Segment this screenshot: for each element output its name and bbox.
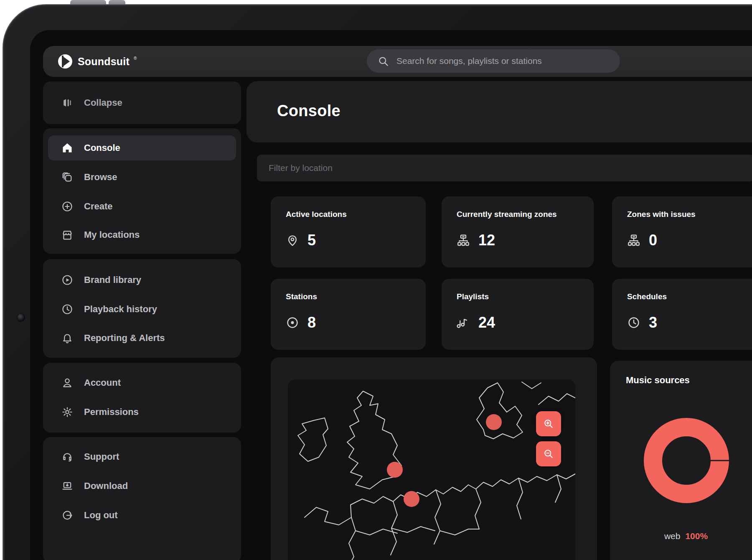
sidebar-item-label: Browse (84, 172, 117, 183)
sidebar-item-brand-library[interactable]: Brand library (48, 267, 236, 293)
sidebar-item-label: Account (84, 377, 121, 388)
sidebar-item-my-locations[interactable]: My locations (48, 222, 236, 247)
gear-icon (61, 406, 73, 418)
stat-value: 5 (307, 232, 316, 249)
schedule-clock-icon (627, 316, 640, 329)
sidebar-item-log-out[interactable]: Log out (48, 503, 236, 528)
music-sources-donut-chart (635, 410, 737, 512)
zoom-out-icon (543, 448, 554, 460)
sidebar-item-support[interactable]: Support (48, 444, 236, 469)
stat-label: Playlists (457, 292, 489, 301)
browse-stack-icon (61, 171, 73, 183)
sidebar-item-permissions[interactable]: Permissions (48, 400, 236, 425)
sidebar-item-label: Log out (84, 510, 118, 521)
sidebar-item-label: Reporting & Alerts (84, 333, 165, 344)
stat-value: 8 (307, 314, 316, 331)
storefront-icon (61, 229, 73, 241)
stat-value: 0 (649, 232, 657, 249)
playlist-icon (457, 316, 470, 329)
map-zoom-out-button[interactable] (536, 441, 561, 466)
music-sources-card: Music sources web100% (610, 361, 752, 560)
plus-circle-icon (61, 201, 73, 212)
sidebar-item-account[interactable]: Account (48, 370, 236, 395)
stat-card-playlists[interactable]: Playlists 24 (442, 279, 594, 350)
legend-label: web (664, 531, 681, 541)
clock-icon (61, 303, 73, 315)
sidebar-item-label: My locations (84, 229, 140, 240)
sidebar-item-label: Brand library (84, 275, 141, 285)
sidebar-item-label: Console (84, 143, 120, 153)
bell-icon (61, 332, 73, 344)
soundsuit-app: Soundsuit® Collapse Console (0, 0, 752, 560)
stat-card-stations[interactable]: Stations 8 (271, 279, 426, 350)
stat-card-streaming-zones[interactable]: Currently streaming zones 12 (442, 196, 594, 267)
map-zoom-in-button[interactable] (536, 411, 561, 436)
sidebar-item-collapse[interactable]: Collapse (48, 90, 236, 115)
sidebar-item-playback-history[interactable]: Playback history (48, 297, 236, 322)
stat-value: 12 (478, 232, 495, 249)
sidebar-item-label: Collapse (84, 97, 122, 108)
europe-map[interactable] (288, 379, 575, 560)
music-sources-title: Music sources (626, 375, 690, 386)
station-icon (286, 316, 299, 329)
map-pin-icon (286, 234, 299, 247)
sidebar-item-label: Support (84, 451, 119, 462)
sidebar-item-reporting-alerts[interactable]: Reporting & Alerts (48, 326, 236, 351)
location-filter-input[interactable] (257, 163, 752, 173)
soundsuit-logo-icon (57, 53, 74, 70)
sidebar-item-console[interactable]: Console (48, 135, 236, 160)
user-icon (61, 377, 73, 389)
stat-card-active-locations[interactable]: Active locations 5 (271, 196, 426, 267)
global-search[interactable] (367, 49, 620, 73)
sidebar-item-label: Permissions (84, 407, 139, 417)
collapse-panel-icon (61, 97, 73, 109)
sidebar-item-label: Create (84, 201, 112, 212)
page-title: Console (277, 102, 340, 120)
music-sources-legend: web100% (610, 531, 752, 541)
logout-icon (61, 509, 73, 521)
stat-label: Stations (286, 292, 317, 301)
zones-icon (627, 234, 640, 247)
locations-map-card (271, 357, 597, 560)
search-input[interactable] (396, 56, 598, 66)
sidebar-item-download[interactable]: Download (48, 473, 236, 499)
location-filter[interactable] (257, 155, 752, 181)
search-icon (378, 56, 389, 67)
brand-logo[interactable]: Soundsuit® (57, 53, 137, 70)
brand-registered-mark: ® (134, 56, 137, 61)
stat-value: 24 (478, 314, 495, 331)
stat-label: Zones with issues (627, 210, 696, 219)
location-pin[interactable] (404, 491, 419, 507)
stat-card-zones-with-issues[interactable]: Zones with issues 0 (612, 196, 752, 267)
zones-icon (457, 234, 470, 247)
donut-ring-web (653, 427, 720, 494)
stat-label: Schedules (627, 292, 667, 301)
brand-name: Soundsuit (78, 56, 130, 68)
stat-card-schedules[interactable]: Schedules 3 (612, 279, 752, 350)
stat-value: 3 (649, 314, 657, 331)
stat-label: Active locations (286, 210, 347, 219)
map-borders (288, 379, 575, 560)
sidebar-item-create[interactable]: Create (48, 194, 236, 219)
play-circle-icon (61, 274, 73, 286)
sidebar-item-label: Playback history (84, 304, 157, 315)
stat-label: Currently streaming zones (457, 210, 557, 219)
home-icon (61, 142, 73, 154)
zoom-in-icon (543, 418, 554, 430)
headset-icon (61, 451, 73, 463)
location-pin[interactable] (486, 414, 502, 430)
download-device-icon (61, 480, 73, 492)
sidebar-item-label: Download (84, 481, 128, 491)
sidebar-item-browse[interactable]: Browse (48, 165, 236, 190)
legend-value: 100% (685, 531, 708, 541)
location-pin[interactable] (387, 462, 403, 478)
